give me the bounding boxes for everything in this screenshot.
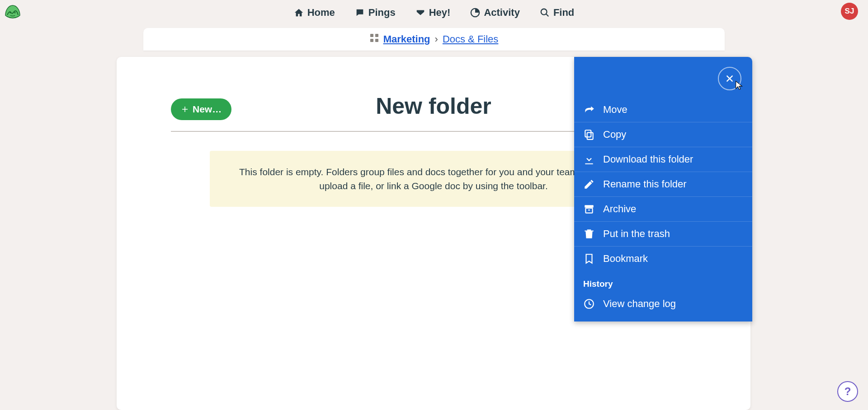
close-icon	[725, 74, 735, 84]
nav-pings-label: Pings	[368, 7, 396, 19]
breadcrumb-separator: ›	[435, 33, 438, 45]
svg-rect-8	[587, 133, 593, 140]
folder-actions-menu: Move Copy Download this folder Rename th…	[574, 57, 752, 321]
archive-icon	[583, 203, 595, 215]
nav-hey[interactable]: Hey!	[415, 7, 451, 19]
menu-history-heading: History	[574, 271, 752, 292]
help-button[interactable]: ?	[837, 381, 858, 402]
menu-trash-label: Put in the trash	[603, 228, 670, 240]
nav-activity-label: Activity	[484, 7, 519, 19]
nav-hey-label: Hey!	[429, 7, 451, 19]
nav-find-label: Find	[553, 7, 574, 19]
svg-rect-6	[370, 39, 373, 42]
find-icon	[540, 8, 550, 18]
top-nav: Home Pings Hey! Activity Find	[0, 0, 868, 25]
help-symbol: ?	[844, 385, 851, 398]
trash-icon	[583, 228, 595, 240]
nav-find[interactable]: Find	[540, 7, 574, 19]
rename-icon	[583, 178, 595, 190]
home-icon	[294, 8, 304, 18]
svg-rect-10	[585, 205, 594, 207]
menu-item-trash[interactable]: Put in the trash	[574, 222, 752, 247]
breadcrumb-project-link[interactable]: Marketing	[383, 33, 430, 45]
svg-rect-7	[375, 39, 378, 42]
menu-rename-label: Rename this folder	[603, 178, 687, 190]
menu-item-copy[interactable]: Copy	[574, 122, 752, 147]
svg-rect-4	[370, 34, 373, 37]
menu-changelog-label: View change log	[603, 298, 676, 310]
bookmark-icon	[583, 253, 595, 265]
menu-move-label: Move	[603, 104, 627, 116]
menu-bookmark-label: Bookmark	[603, 253, 648, 265]
pings-icon	[355, 8, 365, 18]
user-avatar[interactable]: SJ	[841, 3, 858, 20]
menu-archive-label: Archive	[603, 203, 636, 215]
nav-pings[interactable]: Pings	[355, 7, 396, 19]
menu-item-rename[interactable]: Rename this folder	[574, 172, 752, 197]
menu-copy-label: Copy	[603, 129, 626, 140]
svg-rect-5	[375, 34, 378, 37]
menu-item-changelog[interactable]: View change log	[574, 292, 752, 316]
copy-icon	[583, 129, 595, 140]
download-icon	[583, 154, 595, 165]
avatar-initials: SJ	[845, 7, 854, 16]
menu-item-archive[interactable]: Archive	[574, 197, 752, 222]
menu-item-move[interactable]: Move	[574, 98, 752, 122]
menu-item-bookmark[interactable]: Bookmark	[574, 247, 752, 271]
breadcrumb: Marketing › Docs & Files	[143, 28, 725, 51]
nav-activity[interactable]: Activity	[470, 7, 519, 19]
clock-icon	[583, 298, 595, 310]
svg-rect-9	[585, 130, 591, 137]
nav-home[interactable]: Home	[294, 7, 335, 19]
breadcrumb-section-link[interactable]: Docs & Files	[443, 33, 498, 45]
hey-icon	[415, 8, 425, 18]
svg-point-3	[541, 9, 547, 15]
activity-icon	[470, 8, 480, 18]
svg-rect-12	[588, 210, 590, 210]
close-menu-button[interactable]	[718, 67, 741, 90]
menu-download-label: Download this folder	[603, 154, 693, 165]
nav-home-label: Home	[307, 7, 335, 19]
project-grid-icon	[370, 33, 379, 45]
menu-item-download[interactable]: Download this folder	[574, 147, 752, 172]
move-icon	[583, 104, 595, 116]
